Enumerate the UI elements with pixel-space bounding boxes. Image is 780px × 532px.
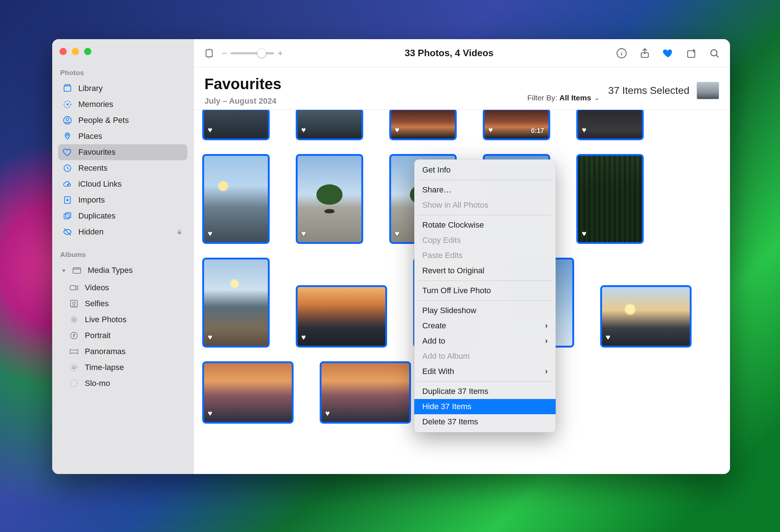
zoom-thumb[interactable] — [257, 49, 266, 58]
menu-item-label: Hide 37 Items — [422, 402, 472, 411]
photo-thumbnail[interactable]: ♥ — [296, 154, 363, 244]
sidebar-item-imports[interactable]: Imports — [58, 192, 187, 208]
photo-thumbnail[interactable]: ♥ — [389, 110, 457, 140]
menu-item-delete-items[interactable]: Delete 37 Items — [414, 414, 556, 429]
svg-point-4 — [66, 118, 69, 121]
sidebar-item-selfies[interactable]: Selfies — [58, 296, 187, 312]
photo-thumbnail[interactable]: ♥ — [600, 285, 692, 348]
sidebar-item-label: Slo-mo — [85, 379, 110, 388]
icloud-icon — [62, 179, 72, 189]
close-window-button[interactable] — [59, 48, 67, 55]
menu-item-label: Copy Edits — [422, 236, 461, 245]
svg-point-15 — [73, 302, 75, 304]
sidebar-item-library[interactable]: Library — [58, 80, 187, 96]
selfies-icon — [69, 299, 79, 309]
menu-item-edit-with[interactable]: Edit With› — [414, 364, 556, 379]
menu-item-duplicate-items[interactable]: Duplicate 37 Items — [414, 384, 556, 399]
heart-icon: ♥ — [606, 333, 610, 342]
search-button[interactable] — [708, 47, 721, 59]
menu-item-add-to[interactable]: Add to› — [414, 333, 556, 349]
people-icon — [62, 115, 72, 125]
sidebar-item-label: Hidden — [78, 227, 104, 237]
menu-item-turn-off-live-photo[interactable]: Turn Off Live Photo — [414, 283, 556, 298]
info-button[interactable] — [615, 47, 628, 59]
menu-item-share[interactable]: Share… — [414, 182, 556, 198]
menu-item-hide-items[interactable]: Hide 37 Items — [414, 399, 556, 414]
sidebar-item-slo-mo[interactable]: Slo-mo — [58, 375, 187, 391]
aspect-toggle-button[interactable] — [203, 47, 215, 59]
favourite-button[interactable] — [662, 47, 674, 59]
sidebar-item-live-photos[interactable]: Live Photos — [58, 312, 187, 328]
sidebar-item-favourites[interactable]: Favourites — [58, 144, 187, 160]
chevron-down-icon: ▾ — [62, 267, 65, 274]
heart-icon: ♥ — [208, 125, 212, 135]
sidebar-item-panoramas[interactable]: Panoramas — [58, 344, 187, 359]
photo-thumbnail[interactable]: ♥ — [202, 110, 270, 140]
menu-item-rotate-clockwise[interactable]: Rotate Clockwise — [414, 217, 556, 233]
sidebar-item-memories[interactable]: Memories — [58, 96, 187, 112]
menu-item-label: Duplicate 37 Items — [422, 387, 488, 396]
svg-rect-11 — [178, 232, 181, 234]
minimize-window-button[interactable] — [72, 48, 79, 55]
photo-thumbnail[interactable]: ♥ — [320, 361, 411, 424]
zoom-in-icon: + — [278, 48, 283, 58]
menu-item-get-info[interactable]: Get Info — [414, 162, 556, 178]
slomo-icon — [69, 378, 79, 388]
photo-thumbnail[interactable]: ♥ — [576, 154, 644, 244]
svg-point-16 — [73, 319, 75, 321]
heart-icon: ♥ — [301, 333, 306, 342]
menu-item-add-to-album: Add to Album — [414, 349, 556, 364]
sidebar-item-label: Media Types — [88, 266, 133, 275]
selection-thumbnail[interactable] — [697, 82, 719, 99]
sidebar: Photos LibraryMemoriesPeople & PetsPlace… — [52, 39, 194, 474]
photo-thumbnail[interactable]: ♥ — [296, 285, 387, 348]
sidebar-item-places[interactable]: Places — [58, 128, 187, 144]
heart-icon: ♥ — [325, 409, 330, 418]
imports-icon — [62, 195, 72, 205]
zoom-slider[interactable]: − + — [222, 48, 283, 58]
sidebar-item-duplicates[interactable]: Duplicates — [58, 208, 187, 224]
heart-icon: ♥ — [488, 125, 493, 135]
zoom-window-button[interactable] — [84, 48, 91, 55]
menu-item-label: Create — [422, 321, 446, 331]
photo-thumbnail[interactable]: ♥ — [202, 258, 270, 348]
zoom-track[interactable] — [231, 52, 274, 54]
sidebar-item-label: Selfies — [85, 299, 109, 308]
sidebar-item-icloud-links[interactable]: iCloud Links — [58, 176, 187, 192]
menu-separator — [418, 180, 552, 180]
menu-item-create[interactable]: Create› — [414, 318, 556, 333]
menu-item-label: Delete 37 Items — [422, 417, 478, 427]
photo-thumbnail[interactable]: ♥ — [576, 110, 644, 140]
filter-control[interactable]: Filter By: All Items ⌄ — [527, 93, 599, 106]
sidebar-item-hidden[interactable]: Hidden — [58, 224, 187, 240]
menu-item-play-slideshow[interactable]: Play Slideshow — [414, 303, 556, 318]
rotate-button[interactable] — [685, 47, 697, 59]
sidebar-item-label: Live Photos — [85, 315, 126, 324]
sidebar-item-label: Duplicates — [78, 211, 116, 221]
menu-separator — [418, 381, 552, 382]
sidebar-item-label: Library — [78, 84, 103, 93]
menu-item-label: Play Slideshow — [422, 306, 476, 315]
sidebar-item-videos[interactable]: Videos — [58, 280, 187, 296]
photo-thumbnail[interactable]: ♥0:17 — [483, 110, 550, 140]
content-header: Favourites July – August 2024 Filter By:… — [194, 67, 730, 110]
sidebar-item-label: Recents — [78, 163, 108, 173]
svg-text:f: f — [74, 333, 75, 338]
portrait-icon: f — [69, 331, 79, 341]
sidebar-item-label: Places — [78, 132, 102, 141]
sidebar-item-label: Portrait — [85, 331, 111, 340]
share-button[interactable] — [639, 47, 651, 59]
menu-item-revert-to-original[interactable]: Revert to Original — [414, 263, 556, 278]
menu-item-copy-edits: Copy Edits — [414, 233, 556, 248]
sidebar-item-media-types[interactable]: ▾ Media Types — [58, 262, 187, 278]
photo-thumbnail[interactable]: ♥ — [296, 110, 363, 140]
photo-thumbnail[interactable]: ♥ — [202, 154, 270, 244]
sidebar-item-recents[interactable]: Recents — [58, 160, 187, 176]
live-icon — [69, 315, 79, 325]
chevron-down-icon: ⌄ — [594, 94, 599, 102]
heart-icon: ♥ — [208, 333, 212, 342]
sidebar-item-people-pets[interactable]: People & Pets — [58, 112, 187, 128]
photo-thumbnail[interactable]: ♥ — [202, 361, 294, 424]
sidebar-item-time-lapse[interactable]: Time-lapse — [58, 359, 187, 375]
sidebar-item-portrait[interactable]: fPortrait — [58, 328, 187, 344]
